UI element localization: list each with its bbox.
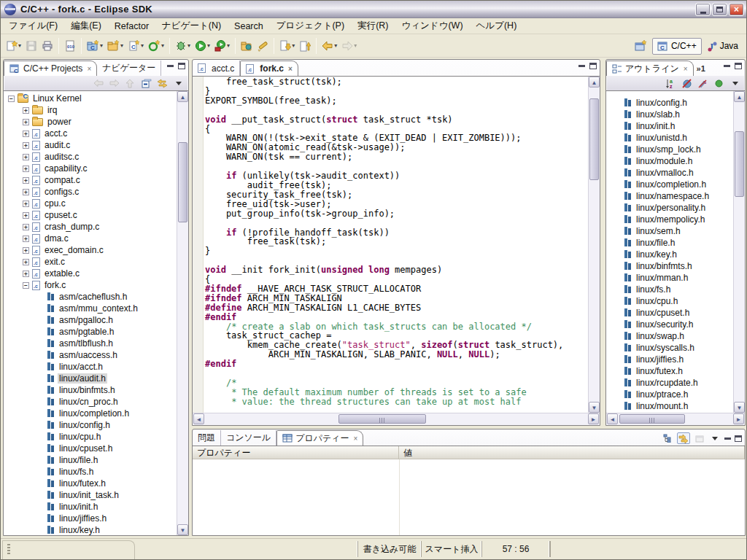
new-c-file-button[interactable]: C ▾ — [125, 37, 146, 55]
close-tab-icon[interactable]: × — [684, 65, 688, 73]
expand-icon[interactable]: + — [23, 212, 29, 219]
outline-item[interactable]: linux/personality.h — [608, 202, 732, 214]
outline-item[interactable]: linux/rcupdate.h — [608, 377, 732, 389]
tab-navigator[interactable]: ナビゲーター — [97, 61, 161, 76]
maximize-view-icon[interactable] — [735, 63, 742, 69]
scroll-thumb[interactable] — [338, 414, 426, 424]
tab-overflow-badge[interactable]: »1 — [697, 64, 705, 73]
expand-icon[interactable]: + — [23, 259, 29, 265]
tree-item[interactable]: linux/config.h — [5, 419, 176, 431]
close-button[interactable]: × — [729, 3, 744, 16]
tree-item[interactable]: +audit.c — [5, 139, 176, 151]
tree-item[interactable]: linux/file.h — [5, 454, 176, 466]
tree-item[interactable]: +configs.c — [5, 186, 176, 198]
tree-item[interactable]: linux/audit.h — [5, 373, 176, 384]
tree-item[interactable]: linux/acct.h — [5, 361, 176, 373]
maximize-editor-icon[interactable] — [589, 63, 597, 69]
tree-item[interactable]: linux/binfmts.h — [5, 384, 176, 396]
menu-item[interactable]: 編集(E) — [64, 18, 108, 34]
tree-item[interactable]: linux/key.h — [5, 524, 176, 535]
tree-item[interactable]: −fork.c — [5, 279, 176, 291]
hide-non-public-button[interactable] — [713, 77, 725, 89]
view-forward-button[interactable] — [108, 77, 120, 89]
scroll-down-icon[interactable]: ▼ — [734, 402, 745, 413]
tree-item[interactable]: +compat.c — [5, 174, 176, 186]
outline-item[interactable]: linux/ptrace.h — [608, 389, 732, 400]
tree-item[interactable]: linux/completion.h — [5, 408, 176, 419]
menu-item[interactable]: ヘルプ(H) — [470, 18, 524, 34]
tab-properties[interactable]: プロパティー × — [276, 430, 363, 446]
projects-vscrollbar[interactable]: ▲ ▼ — [177, 91, 188, 535]
restore-default-button[interactable] — [694, 432, 705, 444]
outline-item[interactable]: linux/unistd.h — [608, 132, 732, 144]
expand-icon[interactable]: + — [23, 107, 29, 114]
tree-item[interactable]: asm/uaccess.h — [5, 349, 176, 361]
outline-item[interactable]: linux/file.h — [608, 237, 732, 249]
outline-item[interactable]: linux/module.h — [608, 155, 732, 167]
outline-item[interactable]: linux/completion.h — [608, 179, 732, 190]
close-tab-icon[interactable]: × — [87, 65, 91, 73]
outline-list[interactable]: linux/config.hlinux/slab.hlinux/init.hli… — [608, 97, 732, 413]
tree-item[interactable]: +exit.c — [5, 256, 176, 268]
perspective-java-button[interactable]: J Java — [702, 38, 743, 55]
debug-button[interactable]: ▾ — [173, 37, 193, 55]
scroll-up-icon[interactable]: ▲ — [734, 91, 745, 102]
column-value[interactable]: 値 — [399, 446, 745, 459]
tree-item[interactable]: +acct.c — [5, 128, 176, 139]
outline-item[interactable]: linux/fs.h — [608, 284, 732, 295]
scroll-down-icon[interactable]: ▼ — [589, 402, 600, 413]
print-button[interactable] — [39, 37, 55, 55]
scroll-thumb[interactable] — [178, 142, 187, 222]
tree-item[interactable]: +capability.c — [5, 163, 176, 174]
outline-item[interactable]: linux/smp_lock.h — [608, 144, 732, 155]
close-tab-icon[interactable]: × — [354, 435, 358, 443]
tab-problems[interactable]: 問題 — [193, 430, 221, 446]
tree-item[interactable]: +cpuset.c — [5, 209, 176, 221]
view-menu-icon[interactable] — [729, 77, 741, 89]
outline-item[interactable]: linux/slab.h — [608, 109, 732, 120]
scroll-thumb[interactable] — [589, 98, 599, 180]
expand-icon[interactable]: + — [23, 177, 29, 184]
scroll-thumb[interactable] — [735, 131, 744, 197]
scroll-down-icon[interactable]: ▼ — [177, 524, 188, 535]
scroll-left-icon[interactable]: ◄ — [607, 413, 618, 424]
tree-item[interactable]: linux/init_task.h — [5, 489, 176, 501]
menu-item[interactable]: Search — [228, 20, 270, 33]
tab-outline[interactable]: アウトライン × — [606, 61, 694, 76]
expand-icon[interactable]: + — [23, 154, 29, 160]
scroll-right-icon[interactable]: ► — [588, 413, 599, 424]
menu-item[interactable]: ファイル(F) — [2, 18, 64, 34]
outline-item[interactable]: linux/config.h — [608, 97, 732, 109]
new-class-button[interactable]: ▾ — [146, 37, 166, 55]
tab-console[interactable]: コンソール — [221, 430, 276, 446]
expand-icon[interactable]: + — [23, 247, 29, 254]
outline-item[interactable]: linux/mman.h — [608, 272, 732, 284]
tree-item[interactable]: +exec_domain.c — [5, 244, 176, 256]
new-c-project-button[interactable]: C ▾ — [85, 37, 105, 55]
editor-vscrollbar[interactable]: ▲ ▼ — [588, 77, 600, 413]
link-with-editor-button[interactable] — [156, 77, 169, 89]
outline-item[interactable]: linux/init.h — [608, 120, 732, 132]
restore-button[interactable] — [712, 3, 727, 16]
run-button[interactable]: ▾ — [193, 37, 212, 55]
perspective-cpp-button[interactable]: C C/C++ — [652, 38, 702, 55]
column-property[interactable]: プロパティー — [193, 446, 399, 459]
outline-item[interactable]: linux/swap.h — [608, 330, 732, 342]
expand-icon[interactable]: + — [23, 166, 29, 172]
outline-item[interactable]: linux/cpuset.h — [608, 307, 732, 319]
back-button[interactable]: ▾ — [320, 37, 339, 55]
tree-item[interactable]: linux/init.h — [5, 501, 176, 513]
new-wizard-button[interactable]: ▾ — [4, 37, 23, 55]
collapse-all-button[interactable] — [140, 77, 152, 89]
scroll-right-icon[interactable]: ► — [733, 413, 744, 424]
tree-item[interactable]: +cpu.c — [5, 198, 176, 209]
tree-item[interactable]: linux/cpu.h — [5, 431, 176, 443]
tree-item[interactable]: asm/cacheflush.h — [5, 291, 176, 303]
open-resource-button[interactable] — [239, 37, 255, 55]
tree-item[interactable]: +extable.c — [5, 268, 176, 279]
tree-item[interactable]: +crash_dump.c — [5, 221, 176, 233]
minimize-view-icon[interactable] — [724, 65, 730, 67]
minimize-button[interactable] — [695, 3, 711, 16]
project-tree[interactable]: −Linux Kernel+irq+power+acct.c+audit.c+a… — [5, 93, 176, 535]
menu-item[interactable]: ナビゲート(N) — [155, 18, 228, 34]
